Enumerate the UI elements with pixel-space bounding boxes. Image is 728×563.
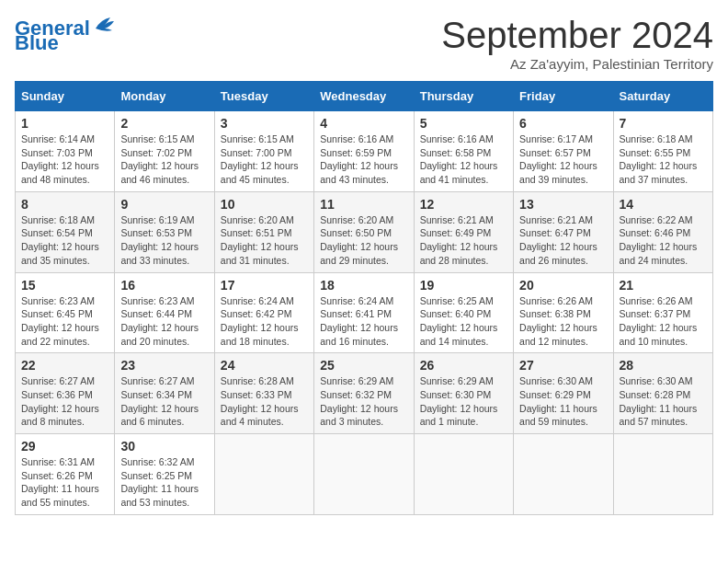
day-number: 10: [221, 197, 308, 212]
month-title: September 2024: [441, 15, 713, 56]
day-info: Sunrise: 6:18 AM Sunset: 6:54 PM Dayligh…: [21, 213, 108, 268]
day-info: Sunrise: 6:27 AM Sunset: 6:36 PM Dayligh…: [21, 374, 108, 429]
day-info: Sunrise: 6:22 AM Sunset: 6:46 PM Dayligh…: [620, 213, 707, 268]
day-number: 30: [120, 439, 208, 454]
day-info: Sunrise: 6:16 AM Sunset: 6:58 PM Dayligh…: [420, 132, 507, 187]
day-number: 12: [420, 197, 507, 212]
day-number: 22: [21, 358, 108, 373]
day-info: Sunrise: 6:20 AM Sunset: 6:50 PM Dayligh…: [320, 213, 407, 268]
calendar-cell: 8Sunrise: 6:18 AM Sunset: 6:54 PM Daylig…: [16, 191, 115, 272]
day-info: Sunrise: 6:21 AM Sunset: 6:47 PM Dayligh…: [519, 213, 607, 268]
calendar-cell: 5Sunrise: 6:16 AM Sunset: 6:58 PM Daylig…: [414, 111, 513, 192]
weekday-header-friday: Friday: [514, 82, 613, 111]
day-info: Sunrise: 6:20 AM Sunset: 6:51 PM Dayligh…: [221, 213, 308, 268]
day-info: Sunrise: 6:25 AM Sunset: 6:40 PM Dayligh…: [420, 294, 507, 349]
calendar-cell: 13Sunrise: 6:21 AM Sunset: 6:47 PM Dayli…: [514, 191, 613, 272]
calendar-table: SundayMondayTuesdayWednesdayThursdayFrid…: [15, 81, 713, 515]
day-number: 9: [120, 197, 208, 212]
location-title: Az Za'ayyim, Palestinian Territory: [441, 56, 713, 72]
day-number: 15: [21, 278, 108, 293]
day-number: 8: [21, 197, 108, 212]
calendar-cell: 29Sunrise: 6:31 AM Sunset: 6:26 PM Dayli…: [16, 434, 115, 515]
weekday-header-sunday: Sunday: [16, 82, 115, 111]
calendar-cell: 4Sunrise: 6:16 AM Sunset: 6:59 PM Daylig…: [314, 111, 414, 192]
day-number: 4: [320, 116, 407, 131]
title-area: September 2024 Az Za'ayyim, Palestinian …: [441, 15, 713, 72]
calendar-cell: 12Sunrise: 6:21 AM Sunset: 6:49 PM Dayli…: [414, 191, 513, 272]
calendar-cell: 10Sunrise: 6:20 AM Sunset: 6:51 PM Dayli…: [214, 191, 313, 272]
day-info: Sunrise: 6:28 AM Sunset: 6:33 PM Dayligh…: [221, 374, 308, 429]
day-number: 7: [620, 116, 707, 131]
day-info: Sunrise: 6:30 AM Sunset: 6:28 PM Dayligh…: [620, 374, 707, 429]
calendar-cell: 23Sunrise: 6:27 AM Sunset: 6:34 PM Dayli…: [115, 353, 214, 434]
weekday-header-saturday: Saturday: [613, 82, 712, 111]
calendar-cell: [314, 434, 414, 515]
day-number: 3: [221, 116, 308, 131]
page-header: General Blue September 2024 Az Za'ayyim,…: [15, 15, 713, 72]
weekday-header-tuesday: Tuesday: [214, 82, 313, 111]
day-info: Sunrise: 6:31 AM Sunset: 6:26 PM Dayligh…: [21, 455, 108, 510]
day-info: Sunrise: 6:14 AM Sunset: 7:03 PM Dayligh…: [21, 132, 108, 187]
day-number: 18: [320, 278, 407, 293]
calendar-cell: 26Sunrise: 6:29 AM Sunset: 6:30 PM Dayli…: [414, 353, 513, 434]
day-info: Sunrise: 6:30 AM Sunset: 6:29 PM Dayligh…: [519, 374, 607, 429]
day-info: Sunrise: 6:26 AM Sunset: 6:37 PM Dayligh…: [620, 294, 707, 349]
weekday-header-thursday: Thursday: [414, 82, 513, 111]
calendar-cell: 27Sunrise: 6:30 AM Sunset: 6:29 PM Dayli…: [514, 353, 613, 434]
day-info: Sunrise: 6:24 AM Sunset: 6:41 PM Dayligh…: [320, 294, 407, 349]
day-info: Sunrise: 6:19 AM Sunset: 6:53 PM Dayligh…: [120, 213, 208, 268]
calendar-week-5: 29Sunrise: 6:31 AM Sunset: 6:26 PM Dayli…: [16, 434, 713, 515]
calendar-cell: 19Sunrise: 6:25 AM Sunset: 6:40 PM Dayli…: [414, 272, 513, 353]
day-info: Sunrise: 6:24 AM Sunset: 6:42 PM Dayligh…: [221, 294, 308, 349]
calendar-cell: [214, 434, 313, 515]
day-info: Sunrise: 6:15 AM Sunset: 7:00 PM Dayligh…: [221, 132, 308, 187]
calendar-cell: 16Sunrise: 6:23 AM Sunset: 6:44 PM Dayli…: [115, 272, 214, 353]
day-info: Sunrise: 6:21 AM Sunset: 6:49 PM Dayligh…: [420, 213, 507, 268]
day-number: 1: [21, 116, 108, 131]
day-number: 5: [420, 116, 507, 131]
calendar-cell: 9Sunrise: 6:19 AM Sunset: 6:53 PM Daylig…: [115, 191, 214, 272]
calendar-cell: 14Sunrise: 6:22 AM Sunset: 6:46 PM Dayli…: [613, 191, 712, 272]
day-number: 11: [320, 197, 407, 212]
calendar-week-1: 1Sunrise: 6:14 AM Sunset: 7:03 PM Daylig…: [16, 111, 713, 192]
calendar-cell: 11Sunrise: 6:20 AM Sunset: 6:50 PM Dayli…: [314, 191, 414, 272]
weekday-header-monday: Monday: [115, 82, 214, 111]
day-number: 28: [620, 358, 707, 373]
calendar-cell: 17Sunrise: 6:24 AM Sunset: 6:42 PM Dayli…: [214, 272, 313, 353]
calendar-cell: [613, 434, 712, 515]
logo: General Blue: [15, 18, 118, 53]
calendar-week-4: 22Sunrise: 6:27 AM Sunset: 6:36 PM Dayli…: [16, 353, 713, 434]
calendar-cell: 3Sunrise: 6:15 AM Sunset: 7:00 PM Daylig…: [214, 111, 313, 192]
day-info: Sunrise: 6:18 AM Sunset: 6:55 PM Dayligh…: [620, 132, 707, 187]
calendar-cell: 25Sunrise: 6:29 AM Sunset: 6:32 PM Dayli…: [314, 353, 414, 434]
calendar-cell: 15Sunrise: 6:23 AM Sunset: 6:45 PM Dayli…: [16, 272, 115, 353]
calendar-cell: 24Sunrise: 6:28 AM Sunset: 6:33 PM Dayli…: [214, 353, 313, 434]
day-info: Sunrise: 6:27 AM Sunset: 6:34 PM Dayligh…: [120, 374, 208, 429]
calendar-week-3: 15Sunrise: 6:23 AM Sunset: 6:45 PM Dayli…: [16, 272, 713, 353]
day-number: 14: [620, 197, 707, 212]
day-number: 23: [120, 358, 208, 373]
day-info: Sunrise: 6:29 AM Sunset: 6:30 PM Dayligh…: [420, 374, 507, 429]
calendar-header-row: SundayMondayTuesdayWednesdayThursdayFrid…: [16, 82, 713, 111]
day-number: 19: [420, 278, 507, 293]
day-number: 16: [120, 278, 208, 293]
calendar-cell: 6Sunrise: 6:17 AM Sunset: 6:57 PM Daylig…: [514, 111, 613, 192]
calendar-cell: 7Sunrise: 6:18 AM Sunset: 6:55 PM Daylig…: [613, 111, 712, 192]
calendar-cell: [514, 434, 613, 515]
day-number: 17: [221, 278, 308, 293]
day-info: Sunrise: 6:15 AM Sunset: 7:02 PM Dayligh…: [120, 132, 208, 187]
logo-blue-text: Blue: [15, 33, 59, 53]
day-number: 27: [519, 358, 607, 373]
calendar-body: 1Sunrise: 6:14 AM Sunset: 7:03 PM Daylig…: [16, 111, 713, 515]
day-info: Sunrise: 6:16 AM Sunset: 6:59 PM Dayligh…: [320, 132, 407, 187]
calendar-cell: [414, 434, 513, 515]
day-number: 2: [120, 116, 208, 131]
calendar-cell: 20Sunrise: 6:26 AM Sunset: 6:38 PM Dayli…: [514, 272, 613, 353]
day-number: 25: [320, 358, 407, 373]
calendar-cell: 2Sunrise: 6:15 AM Sunset: 7:02 PM Daylig…: [115, 111, 214, 192]
calendar-cell: 30Sunrise: 6:32 AM Sunset: 6:25 PM Dayli…: [115, 434, 214, 515]
day-number: 6: [519, 116, 607, 131]
calendar-week-2: 8Sunrise: 6:18 AM Sunset: 6:54 PM Daylig…: [16, 191, 713, 272]
logo-bird-icon: [92, 16, 118, 34]
weekday-header-wednesday: Wednesday: [314, 82, 414, 111]
